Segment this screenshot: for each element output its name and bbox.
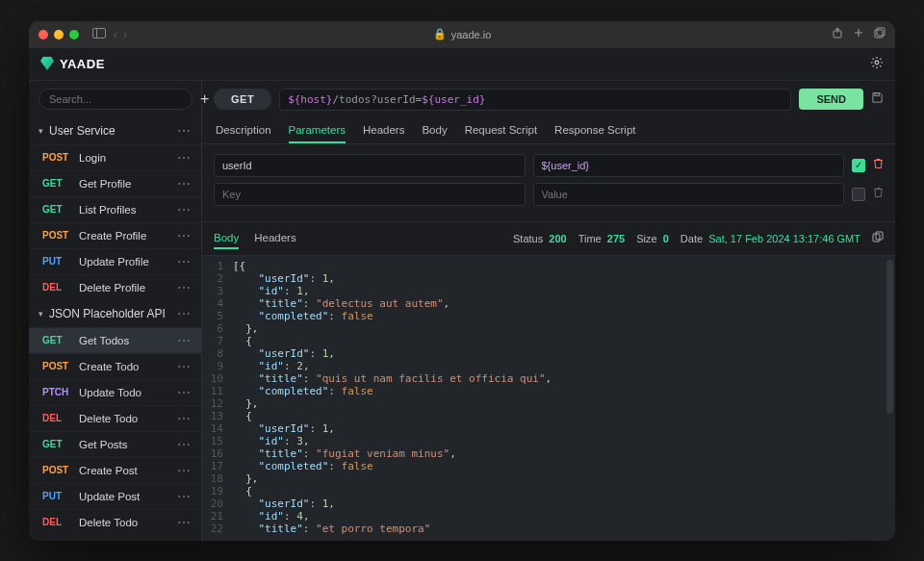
request-item[interactable]: PTCHUpdate Todo⋯ — [29, 379, 201, 405]
close-icon[interactable] — [38, 30, 48, 39]
request-label: Create Todo — [79, 361, 139, 372]
address-domain: yaade.io — [451, 29, 492, 40]
request-tab-request-script[interactable]: Request Script — [465, 118, 537, 143]
collection-menu-icon[interactable]: ⋯ — [177, 123, 192, 139]
request-tab-body[interactable]: Body — [422, 118, 447, 143]
request-menu-icon[interactable]: ⋯ — [177, 385, 192, 400]
svg-point-5 — [875, 61, 879, 64]
request-menu-icon[interactable]: ⋯ — [177, 489, 192, 504]
request-item[interactable]: GETList Profiles⋯ — [29, 196, 201, 222]
request-menu-icon[interactable]: ⋯ — [177, 515, 192, 530]
app-window: ‹ › 🔒 yaade.io YAADE — [29, 21, 895, 541]
request-item[interactable]: POSTCreate Todo⋯ — [29, 353, 201, 379]
request-menu-icon[interactable]: ⋯ — [177, 228, 192, 243]
new-tab-icon[interactable] — [853, 27, 864, 41]
param-key-input[interactable] — [214, 183, 526, 206]
sidebar: + ▾User Service⋯POSTLogin⋯GETGet Profile… — [29, 81, 202, 541]
request-tab-headers[interactable]: Headers — [363, 118, 404, 143]
request-label: List Profiles — [79, 204, 136, 216]
param-key-input[interactable] — [214, 154, 526, 177]
request-label: Delete Profile — [79, 282, 145, 293]
param-enabled-checkbox[interactable]: ✓ — [852, 159, 865, 172]
trash-icon[interactable] — [873, 187, 884, 201]
request-label: Get Profile — [79, 178, 131, 190]
svg-rect-0 — [93, 28, 106, 38]
chevron-down-icon: ▾ — [38, 126, 43, 136]
chevron-down-icon: ▾ — [38, 309, 43, 319]
request-menu-icon[interactable]: ⋯ — [177, 254, 192, 269]
method-badge: POST — [42, 230, 71, 241]
method-badge: PUT — [42, 491, 71, 501]
request-menu-icon[interactable]: ⋯ — [177, 437, 192, 452]
collection-tree: ▾User Service⋯POSTLogin⋯GETGet Profile⋯G… — [29, 117, 201, 541]
request-menu-icon[interactable]: ⋯ — [177, 176, 192, 191]
request-item[interactable]: POSTCreate Post⋯ — [29, 457, 201, 483]
request-menu-icon[interactable]: ⋯ — [177, 202, 192, 217]
request-item[interactable]: GETGet Posts⋯ — [29, 431, 201, 457]
browser-titlebar: ‹ › 🔒 yaade.io — [29, 21, 895, 48]
request-label: Login — [79, 152, 106, 164]
method-badge: POST — [42, 465, 71, 475]
gear-icon[interactable] — [870, 56, 884, 72]
response-header: BodyHeaders Status 200 Time 275 Size 0 D… — [202, 221, 895, 256]
request-item[interactable]: PUTUpdate Post⋯ — [29, 483, 201, 509]
request-tab-response-script[interactable]: Response Script — [554, 118, 635, 143]
method-badge: DEL — [42, 517, 71, 527]
copy-response-icon[interactable] — [872, 231, 884, 245]
maximize-icon[interactable] — [69, 30, 79, 39]
request-tab-description[interactable]: Description — [216, 118, 271, 143]
send-button[interactable]: SEND — [799, 89, 863, 110]
request-item[interactable]: DELDelete Profile⋯ — [29, 274, 201, 300]
search-input[interactable] — [38, 89, 192, 110]
nav-forward-icon[interactable]: › — [123, 28, 127, 41]
method-badge: GET — [42, 439, 71, 449]
app-topbar: YAADE — [29, 48, 895, 81]
request-tab-parameters[interactable]: Parameters — [289, 118, 346, 143]
request-menu-icon[interactable]: ⋯ — [177, 280, 192, 295]
method-badge: PUT — [42, 256, 71, 267]
param-value-input[interactable] — [533, 183, 845, 206]
share-icon[interactable] — [832, 27, 843, 41]
request-menu-icon[interactable]: ⋯ — [177, 333, 192, 348]
collection-header[interactable]: ▾JSON Placeholder API⋯ — [29, 300, 201, 327]
param-enabled-checkbox[interactable]: ✓ — [852, 188, 865, 201]
request-menu-icon[interactable]: ⋯ — [177, 150, 192, 166]
sidebar-toggle-icon[interactable] — [92, 28, 106, 41]
collection-menu-icon[interactable]: ⋯ — [177, 306, 192, 321]
request-menu-icon[interactable]: ⋯ — [177, 463, 192, 478]
tabs-overview-icon[interactable] — [874, 27, 886, 41]
lock-icon: 🔒 — [433, 28, 447, 40]
method-badge: GET — [42, 178, 71, 189]
request-menu-icon[interactable]: ⋯ — [177, 359, 192, 374]
method-badge: DEL — [42, 282, 71, 293]
collection-header[interactable]: ▾User Service⋯ — [29, 117, 201, 144]
method-badge: POST — [42, 361, 71, 371]
request-label: Get Posts — [79, 439, 128, 450]
response-tab-headers[interactable]: Headers — [254, 228, 295, 249]
scrollbar[interactable] — [886, 260, 893, 414]
nav-back-icon[interactable]: ‹ — [114, 28, 117, 41]
minimize-icon[interactable] — [54, 30, 64, 39]
request-item[interactable]: GETGet Profile⋯ — [29, 170, 201, 196]
request-label: Get Todos — [79, 335, 129, 346]
method-badge: DEL — [42, 413, 71, 423]
request-label: Update Todo — [79, 387, 141, 398]
request-item[interactable]: POSTLogin⋯ — [29, 144, 201, 170]
param-value-input[interactable] — [533, 154, 845, 177]
traffic-lights — [38, 30, 79, 39]
parameters-panel: ✓✓ — [202, 144, 895, 221]
response-body[interactable]: 1[{2 "userId": 1,3 "id": 1,4 "title": "d… — [202, 256, 895, 541]
response-tab-body[interactable]: Body — [214, 228, 239, 249]
request-item[interactable]: DELDelete Todo⋯ — [29, 405, 201, 431]
address-bar[interactable]: 🔒 yaade.io — [433, 28, 492, 40]
request-item[interactable]: DELDelete Todo⋯ — [29, 509, 201, 535]
request-item[interactable]: PUTUpdate Profile⋯ — [29, 248, 201, 274]
trash-icon[interactable] — [873, 158, 884, 172]
method-selector[interactable]: GET — [214, 89, 271, 110]
url-input[interactable]: ${host}/todos?userId=${user_id} — [279, 89, 791, 111]
save-icon[interactable] — [871, 91, 884, 107]
request-item[interactable]: GETGet Todos⋯ — [29, 327, 201, 353]
response-tabs: BodyHeaders — [214, 228, 296, 249]
request-menu-icon[interactable]: ⋯ — [177, 411, 192, 426]
request-item[interactable]: POSTCreate Profile⋯ — [29, 222, 201, 248]
